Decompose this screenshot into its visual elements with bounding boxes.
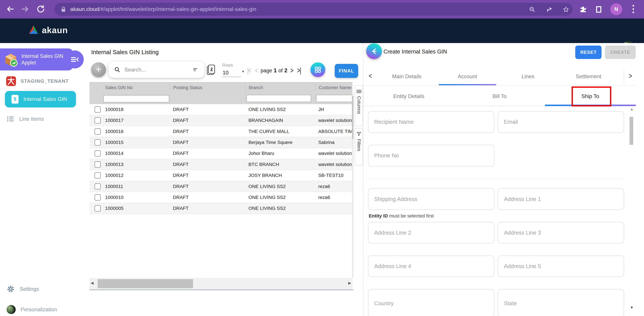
row-checkbox[interactable] xyxy=(94,194,101,201)
next-page-button[interactable]: > xyxy=(288,66,295,75)
form-scroll-down-icon[interactable]: ▼ xyxy=(630,306,634,310)
row-checkbox[interactable] xyxy=(94,106,101,113)
share-icon[interactable] xyxy=(546,6,553,13)
browser-profile-badge[interactable]: N xyxy=(610,3,622,15)
sidebar-item-internal-sales-gin[interactable]: $ Internal Sales GIN xyxy=(5,91,76,108)
subtab-entity-details[interactable]: Entity Details xyxy=(363,87,454,106)
table-row[interactable]: 1000017DRAFTBRANCHAGAINwavelet solution xyxy=(90,115,352,126)
row-checkbox[interactable] xyxy=(94,183,101,190)
table-row[interactable]: 1000012DRAFTJOSY BRANCHSB-TEST10 xyxy=(90,170,352,181)
sidebar-item-line-items[interactable]: Line Items xyxy=(0,113,79,125)
filter-input-customer-name[interactable] xyxy=(316,95,352,102)
cell-branch: ONE LIVING SS2 xyxy=(245,195,315,200)
column-header-posting-status[interactable]: Posting Status xyxy=(170,84,245,91)
row-checkbox[interactable] xyxy=(94,161,101,168)
address-line-4-field[interactable]: Address Line 4 xyxy=(368,255,494,277)
extensions-icon[interactable] xyxy=(579,5,587,13)
horizontal-scroll-thumb[interactable] xyxy=(98,279,193,288)
create-button[interactable]: CREATE xyxy=(605,46,636,59)
filters-side-tab[interactable]: Filters xyxy=(355,128,363,165)
back-arrow-icon xyxy=(370,47,378,55)
row-checkbox[interactable] xyxy=(94,150,101,157)
columns-side-tab[interactable]: Columns xyxy=(355,85,363,126)
tab-account[interactable]: Account xyxy=(437,68,498,85)
table-vertical-scrollbar[interactable] xyxy=(352,93,354,278)
tabs-scroll-right-icon[interactable]: > xyxy=(629,72,632,80)
listing-bottom-border xyxy=(90,290,354,290)
search-box xyxy=(108,62,204,78)
back-button[interactable] xyxy=(366,43,382,59)
tabs-scroll-left-icon[interactable]: < xyxy=(369,72,372,80)
table-row[interactable]: 1000014DRAFTJohor Bharuwavelet solution xyxy=(90,148,352,159)
phone-no-field[interactable]: Phone No xyxy=(368,145,494,166)
sidebar-item-settings[interactable]: Settings xyxy=(0,283,79,295)
sidebar-item-applet[interactable]: Internal Sales GIN Applet xyxy=(0,48,73,71)
add-record-button[interactable]: + xyxy=(91,62,106,77)
shipping-address-field[interactable]: Shipping Address xyxy=(368,188,494,210)
column-header-sales-gin-no[interactable]: Sales GIN No xyxy=(102,84,170,91)
filter-list-icon[interactable] xyxy=(192,66,199,73)
bookmark-star-icon[interactable] xyxy=(563,6,569,13)
table-row[interactable]: 1000010DRAFTONE LIVING SS2reza6 xyxy=(90,192,352,203)
reset-button[interactable]: RESET xyxy=(575,46,602,59)
row-checkbox[interactable] xyxy=(94,139,101,146)
prev-page-button[interactable]: < xyxy=(253,66,260,75)
table-row[interactable]: 1000016DRAFTTHE CURVE MALLABSOLUTE TIME xyxy=(90,126,352,137)
form-scroll-up-icon[interactable]: ▲ xyxy=(630,107,634,111)
table-row[interactable]: 1000015DRAFTBerjaya Time SquereSabrina xyxy=(90,137,352,148)
column-header-customer-name[interactable]: Customer Name xyxy=(315,84,352,91)
last-page-button[interactable]: >| xyxy=(295,66,303,75)
row-checkbox[interactable] xyxy=(94,117,101,124)
tab-main-details[interactable]: Main Details xyxy=(376,68,437,85)
final-button[interactable]: FINAL xyxy=(335,64,358,78)
state-field[interactable]: State xyxy=(498,289,624,316)
address-bar[interactable]: akaun.cloud/#/applet/tnt/wavelet/erp/int… xyxy=(54,3,572,16)
entity-id-hint: Entity ID must be selected first xyxy=(369,213,434,219)
address-line-2-field[interactable]: Address Line 2 xyxy=(368,222,494,244)
cell-branch: ONE LIVING SS2 xyxy=(245,107,315,112)
tab-settlement[interactable]: Settlement xyxy=(558,68,619,85)
subtab-bill-to[interactable]: Bill To xyxy=(454,87,545,106)
filter-input-sales-gin-no[interactable] xyxy=(104,95,169,102)
tab-window-icon[interactable] xyxy=(595,5,602,13)
module-label: Internal Sales GIN xyxy=(24,96,67,102)
filter-input-branch[interactable] xyxy=(246,95,311,102)
forward-icon[interactable] xyxy=(20,4,30,14)
address-line-1-field[interactable]: Address Line 1 xyxy=(498,188,624,210)
column-header-branch[interactable]: Branch xyxy=(245,84,315,91)
back-icon[interactable] xyxy=(6,4,15,14)
row-checkbox[interactable] xyxy=(94,205,101,212)
grid-icon xyxy=(314,66,321,73)
recipient-name-field[interactable]: Recipient Name xyxy=(368,111,494,133)
table-row[interactable]: 1000005DRAFTONE LIVING SS2 xyxy=(90,203,352,214)
line-items-label: Line Items xyxy=(19,116,44,122)
address-line-3-field[interactable]: Address Line 3 xyxy=(498,222,624,244)
table-row[interactable]: 1000018DRAFTONE LIVING SS2JH xyxy=(90,104,352,115)
scroll-right-icon[interactable]: ▶ xyxy=(348,281,351,285)
reload-icon[interactable] xyxy=(36,4,45,14)
table-body: 1000018DRAFTONE LIVING SS2JH 1000017DRAF… xyxy=(90,104,352,214)
first-page-button[interactable]: |< xyxy=(245,66,253,75)
gear-icon xyxy=(6,285,15,293)
rows-per-page-select[interactable]: Rows 10 ▼ xyxy=(222,63,241,77)
table-row[interactable]: 1000013DRAFTBTC BRANCHwavelet solution xyxy=(90,159,352,170)
row-checkbox[interactable] xyxy=(94,172,101,179)
cell-sales-gin-no: 1000005 xyxy=(102,206,170,211)
pages-count-icon[interactable]: 2 xyxy=(207,65,215,75)
tab-lines[interactable]: Lines xyxy=(498,68,558,85)
zoom-out-icon[interactable] xyxy=(529,6,536,13)
email-field[interactable]: Email xyxy=(498,111,624,133)
search-input[interactable] xyxy=(124,66,183,73)
table-horizontal-scrollbar[interactable]: ◀ ▶ xyxy=(90,278,352,290)
kebab-menu-icon[interactable] xyxy=(632,5,634,15)
sidebar-item-personalization[interactable]: Personalization xyxy=(0,303,79,316)
scroll-left-icon[interactable]: ◀ xyxy=(91,281,94,285)
form-scrollbar-thumb[interactable] xyxy=(630,117,633,145)
row-checkbox[interactable] xyxy=(94,128,101,135)
sidebar-item-tenant[interactable]: STAGING_TENANT xyxy=(0,75,79,87)
country-field[interactable]: Country xyxy=(368,289,494,316)
collapse-sidebar-button[interactable] xyxy=(66,50,84,68)
table-row[interactable]: 1000011DRAFTONE LIVING SS2reza6 xyxy=(90,181,352,192)
view-grid-button[interactable] xyxy=(310,62,325,77)
address-line-5-field[interactable]: Address Line 5 xyxy=(498,255,624,277)
